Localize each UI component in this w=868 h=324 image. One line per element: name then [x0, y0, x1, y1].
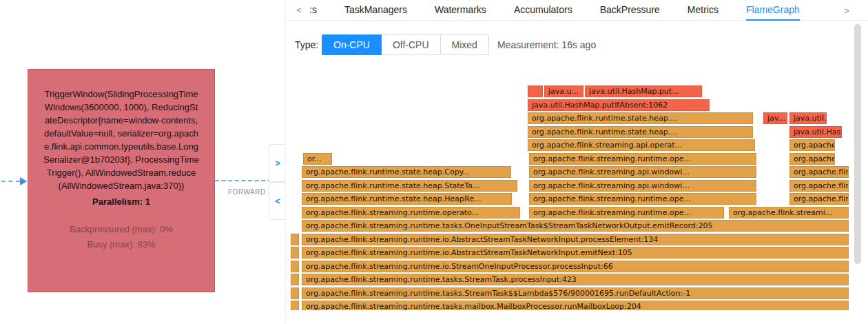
- flame-frame[interactable]: org.apache.flink.streaming.runtime.io.Ab…: [302, 247, 849, 259]
- flame-frame[interactable]: org.apache.flink.runtime.state.heap....: [528, 126, 753, 138]
- tab-backpressure[interactable]: BackPressure: [600, 0, 660, 19]
- flame-frame[interactable]: org.apache.flink.streaming.runtime.io.St…: [302, 261, 849, 272]
- tab--s[interactable]: :s: [309, 0, 317, 19]
- flame-frame[interactable]: org.apache.flink.runt...: [789, 139, 835, 151]
- flame-frame[interactable]: org.apache.flink.streaming.runtime.tasks…: [302, 220, 849, 232]
- flame-frame[interactable]: [291, 287, 299, 299]
- edge-arrowhead-icon: [20, 177, 27, 185]
- flame-frame[interactable]: org.apache.flink.streaming.runtime.tasks…: [302, 274, 849, 285]
- flame-frame[interactable]: java.util.HashMap.putIfAbsent:1062: [528, 99, 710, 111]
- scrollbar-thumb[interactable]: [854, 24, 861, 264]
- flame-frame[interactable]: org.apache.flink.streaming.runtime.io.Ab…: [302, 234, 849, 245]
- flame-frame[interactable]: org.apache.flink.streaming.runtime.tasks…: [302, 287, 849, 299]
- tabs-scroll-left-icon[interactable]: <: [293, 0, 305, 20]
- flame-frame[interactable]: jav...: [763, 112, 787, 124]
- detail-tabbar: < :sTaskManagersWatermarksAccumulatorsBa…: [286, 0, 868, 21]
- flame-frame[interactable]: org.apache.flink.runt...: [789, 153, 835, 165]
- tab-metrics[interactable]: Metrics: [688, 0, 719, 19]
- flame-frame[interactable]: org.apache.flink.runtime.state.heap.Copy…: [302, 166, 511, 178]
- flame-frame[interactable]: org.apache.flink.strea...: [789, 166, 849, 178]
- tab-flamegraph[interactable]: FlameGraph: [746, 0, 800, 21]
- flame-frame[interactable]: org.apache.flink.streami...: [729, 207, 849, 219]
- job-vertex-name: TriggerWindow(SlidingProcessingTimeWindo…: [43, 88, 199, 192]
- backpressured-value: Backpressured (max): 0%: [43, 222, 199, 237]
- tab-watermarks[interactable]: Watermarks: [435, 0, 486, 19]
- flink-ui-screen: TriggerWindow(SlidingProcessingTimeWindo…: [0, 0, 868, 324]
- chevron-right-icon: >: [275, 158, 280, 168]
- flame-frame[interactable]: org.apache.flink.streaming.runtime.ope..…: [529, 153, 756, 165]
- flame-frame[interactable]: or...: [303, 153, 332, 165]
- type-option-mixed[interactable]: Mixed: [440, 34, 489, 55]
- flame-frame[interactable]: [291, 234, 299, 245]
- type-option-off-cpu[interactable]: Off-CPU: [381, 34, 441, 55]
- pane-divider[interactable]: [285, 0, 286, 324]
- pane-expand-handle[interactable]: >: [269, 144, 286, 182]
- job-vertex-metrics: Backpressured (max): 0% Busy (max): 83%: [43, 222, 199, 252]
- flame-frame[interactable]: org.apache.flink.strea...: [789, 180, 849, 192]
- flame-frame[interactable]: org.apache.flink.runtime.state.heap....: [528, 112, 753, 124]
- flame-frame[interactable]: org.apache.flink.streaming.runtime.ope..…: [529, 207, 724, 219]
- type-radio-group: On-CPUOff-CPUMixed: [322, 34, 489, 55]
- tab-accumulators[interactable]: Accumulators: [514, 0, 572, 19]
- flame-frame[interactable]: java.util.HashMap.pu...: [789, 126, 842, 138]
- type-label: Type:: [295, 34, 318, 55]
- chevron-left-icon: <: [275, 196, 280, 206]
- flame-frame[interactable]: org.apache.flink.streaming.runtime.ope..…: [529, 193, 756, 205]
- flame-frame[interactable]: org.apache.flink.strea...: [789, 193, 849, 205]
- flame-frame[interactable]: org.apache.flink.streaming.api.operat...: [528, 139, 755, 151]
- pane-collapse-handle[interactable]: <: [269, 182, 286, 220]
- flame-frame[interactable]: java.util.Ha...: [789, 112, 827, 124]
- flame-frame[interactable]: org.apache.flink.runtime.state.heap.Stat…: [302, 180, 517, 192]
- scrollbar-track[interactable]: [854, 21, 862, 324]
- measurement-text: Measurement: 16s ago: [497, 34, 596, 55]
- flame-frame[interactable]: java.util.HashMap.put...: [585, 85, 702, 97]
- job-vertex-parallelism: Parallelism: 1: [43, 196, 199, 207]
- flame-frame[interactable]: [528, 85, 543, 97]
- tab-taskmanagers[interactable]: TaskManagers: [344, 0, 407, 19]
- flame-frame[interactable]: [291, 261, 299, 272]
- flame-frame[interactable]: java.u...: [544, 85, 583, 97]
- flame-frame[interactable]: [291, 247, 299, 259]
- job-vertex-node[interactable]: TriggerWindow(SlidingProcessingTimeWindo…: [28, 69, 215, 292]
- busy-value: Busy (max): 83%: [43, 237, 199, 252]
- tabs-scroll-right-icon[interactable]: >: [840, 0, 853, 21]
- flame-frame[interactable]: org.apache.flink.streaming.api.windowi..…: [529, 166, 756, 178]
- flame-frame[interactable]: org.apache.flink.runtime.state.heap.Heap…: [302, 193, 512, 205]
- flame-frame[interactable]: [291, 301, 299, 310]
- flame-frame[interactable]: org.apache.flink.streaming.runtime.tasks…: [302, 301, 849, 310]
- flame-frame[interactable]: [291, 274, 299, 285]
- tab-list: :sTaskManagersWatermarksAccumulatorsBack…: [309, 0, 800, 20]
- flame-frame[interactable]: org.apache.flink.streaming.api.windowi..…: [529, 180, 756, 192]
- flamegraph: java.u...java.util.HashMap.put...java.ut…: [289, 85, 850, 310]
- edge-forward-label: FORWARD: [228, 188, 266, 196]
- edge-dash-left: [1, 181, 20, 182]
- flame-frame[interactable]: org.apache.flink.streaming.runtime.opera…: [302, 207, 520, 219]
- type-option-on-cpu[interactable]: On-CPU: [322, 34, 382, 55]
